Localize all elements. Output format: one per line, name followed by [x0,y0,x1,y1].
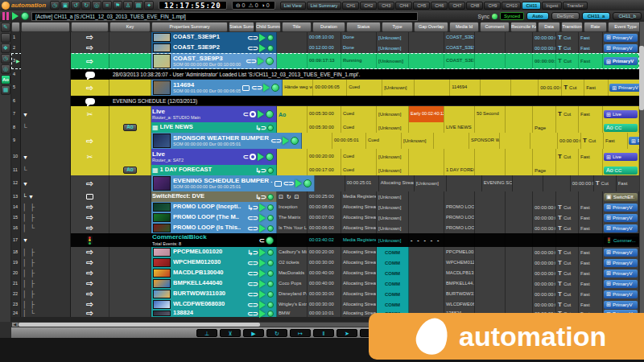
tree-cell[interactable]: │ ├ [21,247,71,257]
properties-summary-band[interactable]: PROMO LOOP (The M..⊂⊃ [151,212,277,223]
tree-cell[interactable]: │ └ [21,310,71,317]
column-header-Title[interactable]: Title [282,22,312,32]
event-icon-cell[interactable]: ⇨ [71,53,109,69]
scroll-left-icon[interactable]: ◀ [12,323,18,327]
column-header-Status Summary[interactable]: Status Summary [229,22,254,32]
event-icon-cell[interactable] [71,191,109,202]
key-cell[interactable] [109,278,151,289]
properties-summary-band[interactable]: MACDLPB130040⊂⊃ [151,268,277,278]
user-icon[interactable]: ♙ [123,1,133,10]
event-type-chip-primaryv[interactable]: ⊞PrimaryV [629,137,639,145]
auto-button[interactable]: Auto [526,12,549,20]
properties-summary-band[interactable]: LiveRouter_a: STUDIO Main⊂ [151,106,277,122]
event-type-chip-primaryv[interactable]: ⊞PrimaryV [604,259,638,267]
tab-ch7[interactable]: CH7 [448,2,465,10]
event-icon-cell[interactable]: ⇨ [71,80,109,96]
target-icon[interactable]: ◎ [1,64,10,74]
playlist-row[interactable]: 20│ ├⇨MACDLPB130040⊂⊃MacDonalds00:00:40:… [11,268,639,278]
properties-summary-band[interactable]: ▦LIVE NEWS↳⊃ [151,122,277,133]
tree-cell[interactable]: ▼ [21,233,71,247]
column-header-blank-0[interactable] [11,22,20,32]
expand-triangle-icon[interactable]: ▼ [23,154,28,160]
playlist-row[interactable]: 21│ ├⇨BMPKELL444040⊂⊃Coco Pops00:00:40:0… [11,278,639,289]
properties-summary-band[interactable]: WPCHEM012030⊂⊃ [151,257,277,268]
edit-icon[interactable]: ✎ [1,23,10,32]
tree-cell[interactable]: │ └ [21,223,71,233]
expand-triangle-icon[interactable]: ▼ [23,112,28,117]
tab-ingest[interactable]: Ingest [542,2,562,10]
playlist-row[interactable]: 2⇨COAST_S3E9P2⊂⊃00:12:00:00Done[Unknown]… [11,43,639,53]
event-icon-cell[interactable]: ⇨ [71,32,109,43]
column-header-Gap Overlap[interactable]: Gap Overlap [414,22,448,32]
event-icon-cell[interactable]: ⇨ [71,289,109,299]
tab-ch8[interactable]: CH8 [466,2,483,10]
play-icon[interactable] [12,12,19,20]
tree-cell[interactable]: │ ├ [21,299,71,310]
blank-icon[interactable] [1,33,10,43]
event-icon-cell[interactable] [71,233,109,247]
chart-icon[interactable]: ▤ [134,1,143,10]
key-cell[interactable] [109,32,151,43]
tree-cell[interactable]: │ ├ [21,257,71,268]
playlist-row[interactable]: 14│ ├⇨PROMO LOOP (Incepti..↳⊃Inception00… [11,202,639,212]
tree-cell[interactable]: ▼ [21,175,71,191]
clock-icon[interactable]: ◷ [1,54,10,64]
properties-summary-band[interactable]: LiveRouter_a: SAT2⊂ [151,149,277,165]
event-type-chip-primaryv[interactable]: ⊞PrimaryV [604,34,638,42]
desync-button[interactable]: DeSync [551,12,580,20]
properties-summary-band[interactable]: COAST_S3E9P2⊂⊃ [151,43,277,53]
tree-cell[interactable]: └ [21,122,71,133]
playlist-row[interactable]: 9⇨SPONSOR WEATHER BUMPERSOM 00:00:00:00 … [11,133,639,149]
playlist-row[interactable]: 1⇨COAST_S3E9P1⊂⊃00:08:10:00Done[Unknown]… [11,32,639,43]
cue-up-icon[interactable]: ⊥ [196,329,217,337]
tab-ch2[interactable]: CH2 [360,2,377,10]
jump-icon[interactable]: ➤ [336,329,357,337]
key-cell[interactable] [109,53,151,69]
tab-ch6[interactable]: CH6 [431,2,448,10]
tree-cell[interactable]: │ ├ [21,289,71,299]
tab-ch3[interactable]: CH3 [378,2,394,10]
tree-cell[interactable]: │ ├ [21,268,71,278]
key-cell[interactable] [109,175,151,191]
tab-ch1[interactable]: CH1 [342,2,359,10]
properties-summary-band[interactable]: EVENING SCHEDULE BUMPER .SOM 00:00:00:00… [151,175,315,191]
column-header-Comment[interactable]: Comment [480,22,510,32]
playlist-row[interactable]: 19│ ├⇨WPCHEM012030⊂⊃O2 tickets00:00:30:0… [11,257,639,268]
bell-icon[interactable]: ⚑ [113,1,122,10]
channel-a-button[interactable]: CH11_a [582,12,611,20]
event-type-chip-primaryv[interactable]: ⊞PrimaryV [604,214,638,222]
event-icon-cell[interactable]: ✂ [71,149,109,165]
tree-cell[interactable]: │ ├ [21,202,71,212]
properties-summary-band[interactable]: BURTWDW311030⊂⊃ [151,289,277,299]
properties-summary-band[interactable]: ▦1 DAY FORECAST↳⊃ [151,165,277,175]
media-icon[interactable]: ❖ [1,43,10,53]
column-header-Data[interactable]: Data [538,22,560,32]
key-cell[interactable] [109,268,151,278]
key-cell[interactable] [109,191,151,202]
tab-ch10[interactable]: CH10 [502,2,521,10]
tab-ch4[interactable]: CH4 [395,2,412,10]
playlist-row[interactable]: 428/03/2013 10:38:26:07 - User 'Administ… [11,69,639,80]
event-type-chip-primaryv[interactable]: ⊞PrimaryV [604,301,638,309]
event-type-chip-cc[interactable]: AoCC [604,124,638,132]
vertical-scrollbar[interactable] [639,22,644,322]
column-header-Media Id[interactable]: Media Id [449,22,479,32]
tab-list-view[interactable]: List View [280,2,306,10]
event-icon-cell[interactable]: ⇨ [71,212,109,223]
event-type-chip-primaryv[interactable]: ⊞PrimaryV [604,249,638,257]
event-type-chip-commercial[interactable]: Commer... [604,237,638,245]
expand-triangle-icon[interactable]: └ ▼ [23,194,34,200]
event-type-chip-primaryv[interactable]: ⊞PrimaryV [604,269,638,278]
key-cell[interactable] [109,202,151,212]
event-icon-cell[interactable]: ⇨ [71,202,109,212]
horizontal-scroll-thumb[interactable] [19,323,260,327]
tree-cell[interactable] [21,53,71,69]
tree-cell[interactable]: └ [21,165,71,175]
column-header-Duration[interactable]: Duration [312,22,345,32]
key-cell[interactable] [109,43,151,53]
playlist-row[interactable]: 8└Ao▦LIVE NEWS↳⊃00:05:30:00Cued[Unknown]… [11,122,639,133]
tab-ch11[interactable]: CH11 [522,2,541,10]
event-icon-cell[interactable]: ✂ [71,106,109,122]
tree-cell[interactable] [21,133,71,149]
event-type-chip-primaryv[interactable]: ⊞PrimaryV [604,280,638,288]
